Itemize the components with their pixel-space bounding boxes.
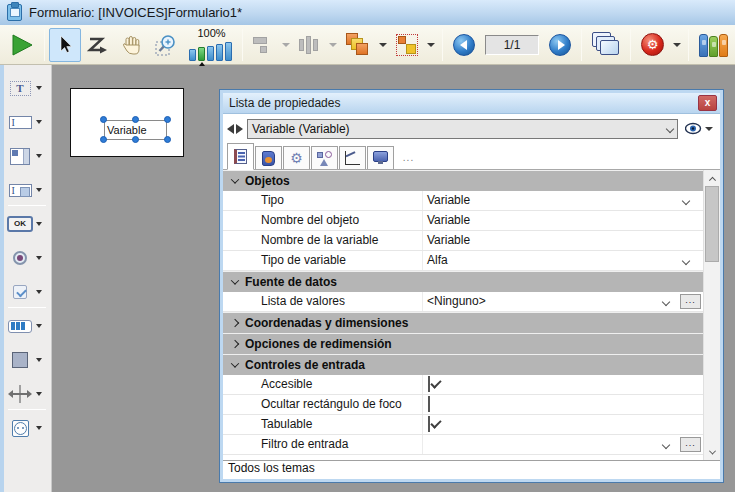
section-header-coordenadas[interactable]: Coordenadas y dimensiones: [223, 312, 703, 333]
tab-settings-gear[interactable]: ⚙: [283, 146, 310, 169]
section-header-fuente-datos[interactable]: Fuente de datos: [223, 271, 703, 292]
sidebar-item-combo-box[interactable]: I: [4, 177, 52, 203]
chevron-down-icon[interactable]: [36, 86, 42, 90]
property-row-ocultar-foco[interactable]: Ocultar rectángulo de foco: [223, 395, 703, 415]
tab-properties-list[interactable]: [227, 143, 254, 170]
close-button[interactable]: x: [698, 95, 717, 111]
chevron-down-icon[interactable]: [36, 188, 42, 192]
prev-page-button[interactable]: [447, 28, 481, 62]
property-row-lista-valores[interactable]: Lista de valores <Ninguno> ...: [223, 292, 703, 312]
property-label: Tabulable: [223, 415, 423, 434]
selection-handle[interactable]: [164, 116, 171, 123]
chevron-down-icon[interactable]: [36, 290, 42, 294]
distribute-button-disabled: [293, 28, 326, 62]
property-label: Nombre del objeto: [223, 211, 423, 230]
property-value: <Ninguno>: [427, 294, 486, 308]
stacked-squares-icon: [346, 33, 370, 57]
tab-objects-shapes[interactable]: [311, 146, 338, 169]
cascade-windows-button[interactable]: [586, 28, 626, 62]
property-row-tipo-variable[interactable]: Tipo de variable Alfa: [223, 251, 703, 271]
section-header-controles-entrada[interactable]: Controles de entrada: [223, 354, 703, 375]
arrange-button[interactable]: [340, 28, 376, 62]
chevron-down-icon[interactable]: [36, 154, 42, 158]
grid-scrollbar[interactable]: [703, 170, 720, 460]
sidebar-item-radio-button[interactable]: [4, 245, 52, 271]
scroll-up-icon[interactable]: [704, 170, 720, 185]
zoom-scale-widget[interactable]: 100%: [189, 28, 234, 61]
combo-box-icon: I: [9, 184, 32, 197]
sidebar-item-edit-field[interactable]: I: [4, 109, 52, 135]
sidebar-item-progress-bar[interactable]: [4, 313, 52, 339]
dialog-titlebar[interactable]: Lista de propiedades x: [223, 93, 720, 114]
ellipsis-button[interactable]: ...: [680, 294, 701, 309]
tab-display-monitor[interactable]: [367, 146, 394, 169]
connector-icon: [12, 420, 29, 437]
arrange-dropdown-arrow[interactable]: [379, 43, 387, 47]
property-row-nombre-objeto[interactable]: Nombre del objeto Variable: [223, 211, 703, 231]
property-value: Alfa: [427, 253, 448, 267]
chevron-down-icon[interactable]: [662, 298, 670, 306]
view-filter-button[interactable]: [685, 122, 716, 135]
section-label: Objetos: [245, 174, 290, 188]
selection-style-dropdown-arrow[interactable]: [427, 43, 435, 47]
property-row-nombre-variable[interactable]: Nombre de la variable Variable: [223, 231, 703, 251]
sidebar-item-frame[interactable]: [4, 347, 52, 373]
chevron-down-icon[interactable]: [36, 256, 42, 260]
checkbox-unchecked[interactable]: [428, 396, 430, 412]
prev-object-icon[interactable]: [227, 124, 234, 134]
pan-tool-button[interactable]: [115, 28, 149, 62]
section-label: Fuente de datos: [245, 275, 337, 289]
ellipsis-button[interactable]: ...: [680, 437, 701, 452]
property-label: Filtro de entrada: [223, 435, 423, 454]
library-button[interactable]: [693, 28, 735, 62]
actions-button[interactable]: ⚙: [635, 28, 670, 62]
chevron-down-icon[interactable]: [36, 120, 42, 124]
section-header-redimension[interactable]: Opciones de redimensión: [223, 333, 703, 354]
chevron-down-icon[interactable]: [36, 222, 42, 226]
selection-handle[interactable]: [132, 136, 139, 143]
sidebar-item-button[interactable]: OK: [4, 211, 52, 237]
chevron-down-icon[interactable]: [682, 257, 690, 265]
checkbox-checked[interactable]: [428, 376, 430, 392]
tab-styles-book[interactable]: [255, 146, 282, 169]
selection-handle[interactable]: [132, 116, 139, 123]
checkbox-checked[interactable]: [428, 416, 430, 432]
sidebar-item-check-box[interactable]: [4, 279, 52, 305]
tab-more[interactable]: ...: [395, 146, 422, 169]
chevron-down-icon[interactable]: [36, 324, 42, 328]
zoom-tool-button[interactable]: [149, 28, 185, 62]
next-object-icon[interactable]: [236, 124, 243, 134]
chevron-down-icon[interactable]: [36, 392, 42, 396]
toolbar-separator: [44, 29, 45, 61]
tab-order-button[interactable]: [81, 28, 115, 62]
selection-handle[interactable]: [100, 136, 107, 143]
sidebar-item-list-box[interactable]: [4, 143, 52, 169]
chevron-down-icon[interactable]: [682, 197, 690, 205]
property-row-filtro-entrada[interactable]: Filtro de entrada ...: [223, 435, 703, 455]
sidebar-item-splitter[interactable]: [4, 381, 52, 407]
next-page-button[interactable]: [543, 28, 577, 62]
actions-dropdown-arrow[interactable]: [673, 43, 681, 47]
form-design-surface[interactable]: Variable: [70, 88, 184, 157]
selection-handle[interactable]: [164, 136, 171, 143]
chevron-down-icon[interactable]: [36, 358, 42, 362]
scrollbar-thumb[interactable]: [705, 186, 719, 262]
sidebar-item-text-label[interactable]: T: [4, 75, 52, 101]
tab-curve-chart[interactable]: [339, 146, 366, 169]
select-tool-button[interactable]: [49, 28, 81, 62]
property-row-tabulable[interactable]: Tabulable: [223, 415, 703, 435]
chevron-down-icon[interactable]: [662, 441, 670, 449]
collapse-icon: [231, 276, 239, 284]
sidebar-item-connector[interactable]: [4, 415, 52, 441]
property-row-tipo[interactable]: Tipo Variable: [223, 191, 703, 211]
chevron-down-icon[interactable]: [36, 426, 42, 430]
selection-style-button[interactable]: [390, 28, 424, 62]
scroll-down-icon[interactable]: [704, 445, 720, 460]
selection-handle[interactable]: [100, 116, 107, 123]
object-selector-combo[interactable]: Variable (Variable): [247, 119, 678, 139]
palette-separator: [8, 307, 46, 308]
books-icon: [699, 32, 729, 57]
run-button[interactable]: [4, 28, 40, 62]
section-header-objetos[interactable]: Objetos: [223, 170, 703, 191]
property-row-accesible[interactable]: Accesible: [223, 375, 703, 395]
